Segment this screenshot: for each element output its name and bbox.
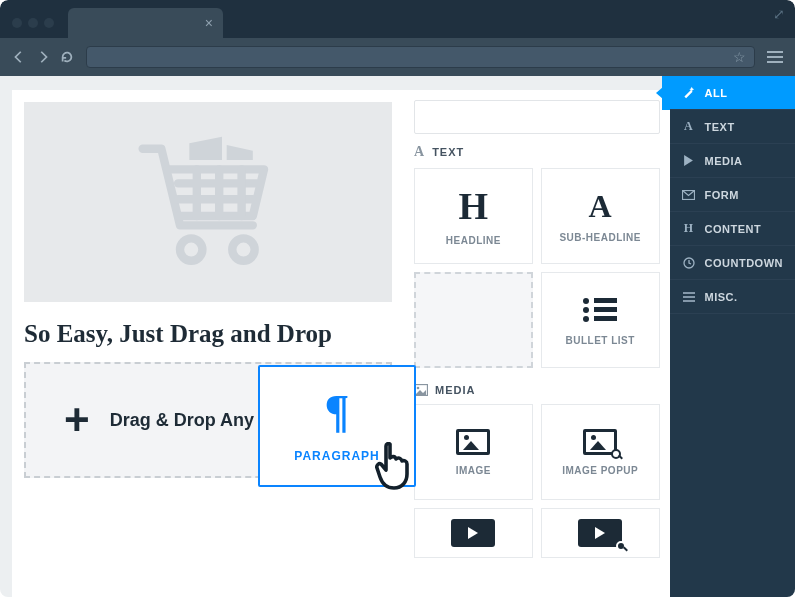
page-canvas[interactable]: So Easy, Just Drag and Drop + Drag & Dro…: [12, 90, 404, 597]
bookmark-icon[interactable]: ☆: [733, 49, 746, 65]
window-controls[interactable]: [12, 18, 54, 28]
clock-icon: [682, 257, 696, 269]
play-icon: [682, 155, 696, 166]
editor-workspace: So Easy, Just Drag and Drop + Drag & Dro…: [0, 76, 795, 597]
browser-toolbar: ☆: [0, 38, 795, 76]
elements-panel: A TEXT H HEADLINE A SUB-HEADLINE ¶.: [404, 90, 670, 597]
wand-icon: [682, 86, 696, 99]
envelope-icon: [682, 190, 696, 200]
forward-icon[interactable]: [36, 50, 50, 64]
element-video[interactable]: [414, 508, 533, 558]
category-all[interactable]: ALL: [670, 76, 795, 110]
category-form[interactable]: FORM: [670, 178, 795, 212]
section-title-label: MEDIA: [435, 384, 475, 396]
menu-icon[interactable]: [767, 51, 783, 63]
dragging-label: PARAGRAPH: [294, 449, 379, 463]
headline-icon: H: [459, 187, 489, 225]
plus-icon: +: [64, 395, 90, 445]
back-icon[interactable]: [12, 50, 26, 64]
rail-pointer-icon: [656, 87, 663, 99]
close-tab-icon[interactable]: ×: [205, 16, 213, 30]
video-icon: [451, 519, 495, 547]
browser-chrome: × ⤢ ☆: [0, 0, 795, 76]
tile-label: SUB-HEADLINE: [559, 232, 641, 243]
category-label: ALL: [705, 87, 728, 99]
category-label: MEDIA: [705, 155, 743, 167]
category-countdown[interactable]: COUNTDOWN: [670, 246, 795, 280]
element-sub-headline[interactable]: A SUB-HEADLINE: [541, 168, 660, 264]
category-media[interactable]: MEDIA: [670, 144, 795, 178]
element-bullet-list[interactable]: BULLET LIST: [541, 272, 660, 368]
window-control-dot[interactable]: [28, 18, 38, 28]
address-bar[interactable]: ☆: [86, 46, 755, 68]
element-image-popup[interactable]: IMAGE POPUP: [541, 404, 660, 500]
text-icon: A: [682, 119, 696, 134]
tile-label: IMAGE POPUP: [562, 465, 638, 476]
element-image[interactable]: IMAGE: [414, 404, 533, 500]
browser-tabbar: × ⤢: [0, 0, 795, 38]
section-title-label: TEXT: [432, 146, 464, 158]
media-section-icon: [414, 384, 428, 396]
video-popup-icon: [578, 519, 622, 547]
category-label: FORM: [705, 189, 739, 201]
image-popup-icon: [583, 429, 617, 455]
page-headline[interactable]: So Easy, Just Drag and Drop: [24, 320, 392, 348]
category-label: COUNTDOWN: [705, 257, 783, 269]
subheadline-icon: A: [589, 190, 612, 222]
window-control-dot[interactable]: [12, 18, 22, 28]
section-header-media: MEDIA: [414, 384, 660, 396]
section-header-text: A TEXT: [414, 144, 660, 160]
element-paragraph-ghost: ¶.: [414, 272, 533, 368]
category-rail: ALL A TEXT MEDIA FORM: [670, 76, 795, 597]
content-icon: H: [682, 221, 696, 236]
tile-label: BULLET LIST: [565, 335, 634, 346]
reload-icon[interactable]: [60, 50, 74, 64]
elements-search-input[interactable]: [414, 100, 660, 134]
expand-icon[interactable]: ⤢: [773, 6, 785, 22]
window-control-dot[interactable]: [44, 18, 54, 28]
lines-icon: [682, 292, 696, 302]
category-label: CONTENT: [705, 223, 762, 235]
category-misc[interactable]: MISC.: [670, 280, 795, 314]
text-section-icon: A: [414, 144, 425, 160]
image-icon: [456, 429, 490, 455]
svg-point-6: [232, 238, 254, 260]
svg-point-8: [417, 387, 420, 390]
element-video-popup[interactable]: [541, 508, 660, 558]
drop-zone-message: Drag & Drop Any: [110, 410, 254, 431]
category-text[interactable]: A TEXT: [670, 110, 795, 144]
category-label: MISC.: [705, 291, 738, 303]
browser-tab[interactable]: ×: [68, 8, 223, 38]
tile-label: IMAGE: [456, 465, 491, 476]
shopping-cart-icon: [133, 132, 283, 272]
bullet-list-icon: [583, 295, 617, 325]
hero-image-placeholder[interactable]: [24, 102, 392, 302]
svg-point-5: [180, 238, 202, 260]
category-content[interactable]: H CONTENT: [670, 212, 795, 246]
element-headline[interactable]: H HEADLINE: [414, 168, 533, 264]
pointer-cursor-icon: [372, 442, 418, 492]
category-label: TEXT: [705, 121, 735, 133]
paragraph-icon: ¶: [325, 389, 350, 435]
tile-label: HEADLINE: [446, 235, 501, 246]
